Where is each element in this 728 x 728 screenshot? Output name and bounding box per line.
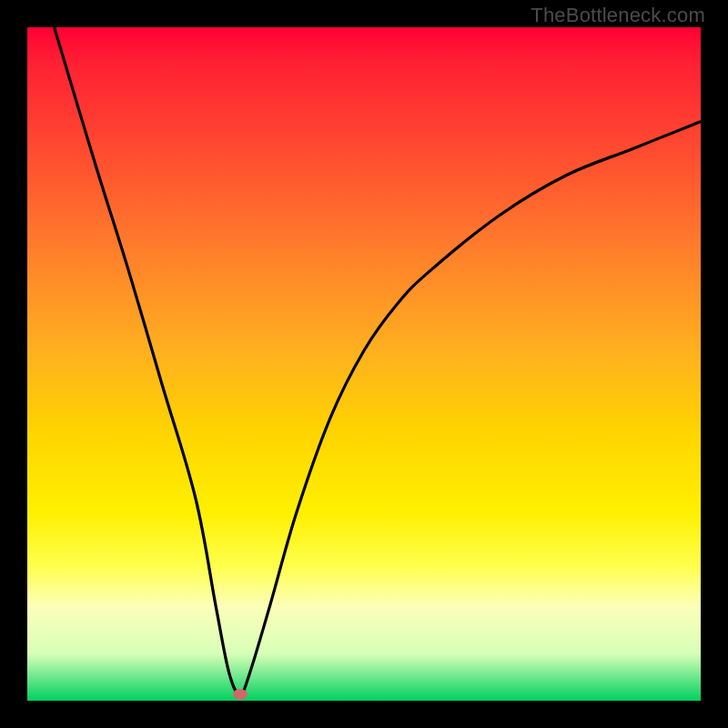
watermark-text: TheBottleneck.com — [531, 4, 705, 27]
optimal-point-marker — [233, 689, 248, 700]
chart-frame: TheBottleneck.com — [0, 0, 728, 728]
bottleneck-curve — [27, 27, 701, 701]
plot-area — [27, 27, 701, 701]
